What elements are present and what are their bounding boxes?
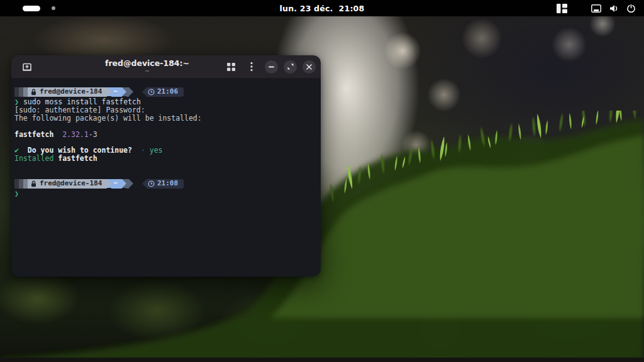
powerline-arrow xyxy=(129,87,133,96)
prompt-gradient-block xyxy=(14,179,19,189)
check-icon: ✔ xyxy=(14,146,19,155)
terminal-content[interactable]: fred@device-184 ~ 21:06 ❯sudo moss insta… xyxy=(11,79,321,277)
powerline-arrow xyxy=(107,179,111,188)
confirm-answer: yes xyxy=(150,146,163,155)
menu-button[interactable] xyxy=(244,59,259,74)
prompt-gradient-block xyxy=(19,87,23,97)
prompt-char: ❯ xyxy=(14,189,19,198)
terminal-line-package: fastfetch 2.32.1-3 xyxy=(14,131,316,139)
prompt-user-host: fred@device-184 xyxy=(40,180,102,188)
command-text: sudo moss install fastfetch xyxy=(23,97,141,106)
quick-settings[interactable] xyxy=(587,4,639,13)
tab-overview-icon xyxy=(227,63,235,71)
confirm-question: Do you wish to continue? xyxy=(28,146,132,155)
terminal-line: The following package(s) will be install… xyxy=(14,114,316,123)
minimize-icon xyxy=(269,66,274,68)
clock[interactable]: lun. 23 déc. 21:08 xyxy=(0,0,644,16)
package-release: -3 xyxy=(89,130,97,139)
prompt-gradient-block xyxy=(23,87,28,97)
powerline-arrow xyxy=(122,87,126,96)
clock-icon xyxy=(148,89,155,96)
terminal-cursor-line: ❯ xyxy=(14,190,316,198)
powerline-arrow xyxy=(129,179,133,188)
new-tab-button[interactable] xyxy=(19,59,35,75)
tiling-assistant-icon[interactable] xyxy=(557,4,567,13)
installed-label: Installed xyxy=(14,154,53,163)
prompt-time: 21:06 xyxy=(157,88,178,96)
lock-icon xyxy=(31,89,36,96)
terminal-line-result: Installed fastfetch xyxy=(14,155,316,163)
prompt-gradient-block xyxy=(14,87,19,97)
close-icon xyxy=(306,64,312,70)
prompt-time: 21:08 xyxy=(157,180,178,188)
prompt-gradient-block xyxy=(23,179,28,189)
powerline-arrow xyxy=(107,87,111,96)
system-tray xyxy=(557,0,639,16)
wallpaper-bottom-shade xyxy=(0,358,644,362)
lock-icon xyxy=(31,180,36,187)
maximize-button[interactable] xyxy=(284,60,297,74)
display-icon xyxy=(591,4,601,13)
powerline-arrow xyxy=(142,87,147,96)
terminal-window: fred@device-184:~ ~ xyxy=(11,55,321,277)
shell-prompt: fred@device-184 ~ 21:08 xyxy=(14,179,316,189)
powerline-arrow xyxy=(122,179,126,188)
confirm-separator: · xyxy=(141,146,145,155)
title-area: fred@device-184:~ ~ xyxy=(62,55,233,78)
installed-package: fastfetch xyxy=(58,154,97,163)
power-icon xyxy=(627,4,635,13)
prompt-char: ❯ xyxy=(14,97,19,106)
maximize-icon xyxy=(287,63,294,70)
tab-overview-button[interactable] xyxy=(223,59,238,74)
package-version: 2.32.1 xyxy=(62,130,89,139)
close-button[interactable] xyxy=(303,60,316,74)
top-bar: lun. 23 déc. 21:08 xyxy=(0,0,644,16)
package-name: fastfetch xyxy=(14,130,53,139)
prompt-directory: ~ xyxy=(111,87,122,97)
volume-icon xyxy=(609,4,619,13)
kebab-menu-icon xyxy=(250,62,253,71)
shell-prompt: fred@device-184 ~ 21:06 xyxy=(14,87,316,97)
terminal-titlebar[interactable]: fred@device-184:~ ~ xyxy=(11,55,321,79)
minimize-button[interactable] xyxy=(265,60,278,74)
powerline-arrow xyxy=(142,179,147,188)
prompt-user-host: fred@device-184 xyxy=(40,88,102,96)
window-title: fred@device-184:~ xyxy=(105,59,189,68)
new-tab-icon xyxy=(22,63,32,72)
prompt-gradient-block xyxy=(19,179,23,189)
window-subtitle: ~ xyxy=(145,68,150,74)
prompt-directory: ~ xyxy=(111,179,122,189)
clock-icon xyxy=(148,180,155,187)
